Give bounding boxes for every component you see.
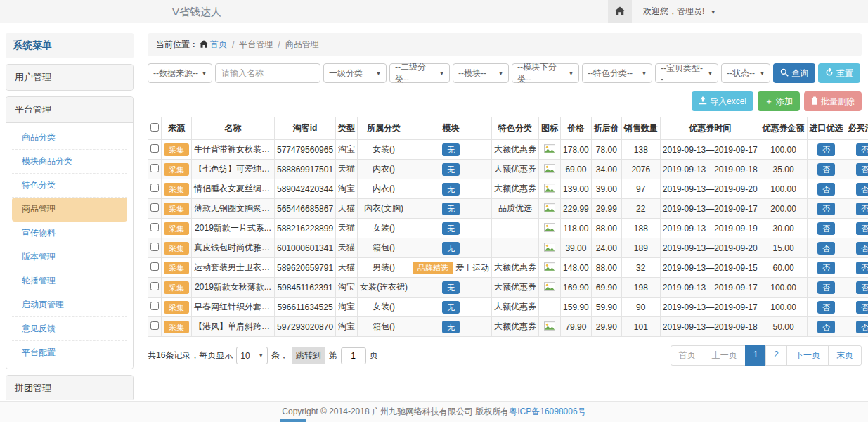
module-badge[interactable]: 无 (442, 242, 460, 255)
sidebar-subitem[interactable]: 特色分类 (12, 174, 127, 198)
icp-link[interactable]: 粤ICP备16098006号 (509, 406, 585, 418)
sidebar-subitem[interactable]: 商品管理 (12, 198, 127, 222)
must-buy-toggle[interactable]: 否 (856, 203, 868, 215)
module-badge[interactable]: 无 (442, 143, 460, 156)
user-menu[interactable]: 欢迎您，管理员! ▼ (643, 6, 716, 18)
module-badge[interactable]: 无 (442, 281, 460, 294)
page-number-input[interactable] (341, 347, 366, 364)
products-table-wrap: 来源名称淘客id类型所属分类模块特色分类图标价格折后价销售数量优惠券时间优惠券金… (148, 117, 862, 337)
module-badge[interactable]: 无 (442, 203, 460, 215)
page-next-button[interactable]: 下一页 (786, 345, 829, 366)
row-checkbox[interactable] (150, 223, 159, 231)
import-select-toggle[interactable]: 否 (817, 203, 835, 215)
import-select-toggle[interactable]: 否 (817, 183, 835, 196)
add-button[interactable]: ＋ 添加 (758, 91, 800, 111)
must-buy-toggle[interactable]: 否 (856, 281, 868, 294)
import-select-toggle[interactable]: 否 (817, 143, 835, 156)
sidebar-subitem[interactable]: 意见反馈 (12, 317, 127, 341)
sidebar-subitem[interactable]: 商品分类 (12, 126, 127, 150)
sidebar-subitem[interactable]: 启动页管理 (12, 293, 127, 317)
import-select-toggle[interactable]: 否 (817, 222, 835, 235)
sales-cell: 97 (621, 179, 660, 199)
module-badge[interactable]: 品牌精选 (413, 262, 453, 274)
search-button[interactable]: 查询 (773, 63, 815, 83)
sidebar-item-0[interactable]: 用户管理 (6, 65, 133, 90)
jump-to-button[interactable]: 跳转到 (292, 347, 325, 364)
import-select-toggle[interactable]: 否 (817, 242, 835, 255)
per-page-select[interactable]: 10 ▼ (236, 347, 267, 364)
module-badge[interactable]: 无 (442, 321, 460, 333)
must-buy-toggle[interactable]: 否 (856, 143, 868, 156)
row-checkbox[interactable] (150, 144, 159, 153)
row-checkbox[interactable] (150, 321, 159, 330)
horizontal-scrollbar-thumb[interactable] (280, 419, 306, 422)
row-checkbox[interactable] (150, 282, 159, 290)
row-checkbox[interactable] (150, 262, 159, 271)
module-badge[interactable]: 无 (442, 183, 460, 196)
module-text: 爱上运动 (455, 263, 489, 273)
sidebar-subitem[interactable]: 宣传物料 (12, 222, 127, 245)
product-name: 2019新款女秋薄款... (192, 278, 275, 298)
row-checkbox[interactable] (150, 243, 159, 251)
batch-delete-button[interactable]: 批量删除 (804, 91, 862, 111)
sidebar-subitem[interactable]: 版本管理 (12, 245, 127, 269)
select-all-checkbox[interactable] (150, 123, 159, 132)
page-last-button[interactable]: 末页 (828, 345, 862, 366)
must-buy-toggle[interactable]: 否 (856, 262, 868, 274)
must-buy-toggle[interactable]: 否 (856, 301, 868, 314)
module-sub-category-select[interactable]: --模块下分类--▼ (512, 63, 579, 83)
category-cell: 女装() (358, 140, 410, 160)
row-select-cell (148, 219, 162, 238)
reset-button[interactable]: 重置 (818, 63, 860, 83)
page-first-button[interactable]: 首页 (671, 345, 704, 366)
data-source-select[interactable]: --数据来源--▼ (148, 63, 212, 83)
module-select[interactable]: --模块--▼ (453, 63, 509, 83)
column-header-7: 图标 (539, 117, 561, 140)
must-buy-toggle[interactable]: 否 (856, 222, 868, 235)
import-select-toggle[interactable]: 否 (817, 281, 835, 294)
page-1-button[interactable]: 1 (745, 345, 767, 366)
icon-cell (539, 140, 561, 160)
must-buy-toggle[interactable]: 否 (856, 183, 868, 196)
row-checkbox[interactable] (150, 203, 159, 212)
level1-category-select[interactable]: 一级分类▼ (323, 63, 387, 83)
sidebar-subitem[interactable]: 轮播管理 (12, 269, 127, 293)
sidebar-subitem[interactable]: 模块商品分类 (12, 150, 127, 174)
import-excel-button[interactable]: 导入excel (692, 91, 753, 111)
broken-image-icon (544, 165, 555, 175)
breadcrumb-home-link[interactable]: 首页 (210, 39, 227, 51)
import-select-toggle[interactable]: 否 (817, 163, 835, 176)
table-row: 采集情侣睡衣女夏丝绸男士...589042420344淘宝内衣()无大额优惠券1… (148, 179, 868, 199)
item-type-select[interactable]: --宝贝类型--▼ (655, 63, 718, 83)
sidebar-item-2[interactable]: 拼团管理 (6, 376, 133, 400)
feature-category-select[interactable]: --特色分类--▼ (582, 63, 652, 83)
module-badge[interactable]: 无 (442, 301, 460, 314)
page-2-button[interactable]: 2 (765, 345, 787, 366)
module-badge[interactable]: 无 (442, 163, 460, 176)
import-select-toggle[interactable]: 否 (817, 301, 835, 314)
name-input[interactable] (215, 63, 320, 83)
import-select-toggle[interactable]: 否 (817, 262, 835, 274)
row-checkbox[interactable] (150, 164, 159, 172)
must-buy-toggle[interactable]: 否 (856, 321, 868, 333)
module-cell: 无 (410, 298, 492, 317)
home-button[interactable] (608, 0, 632, 23)
import-select-toggle-cell: 否 (807, 160, 846, 179)
page-prev-button[interactable]: 上一页 (704, 345, 746, 366)
sidebar-item-1[interactable]: 平台管理 (6, 97, 133, 122)
must-buy-toggle[interactable]: 否 (856, 163, 868, 176)
breadcrumb-item-platform[interactable]: 平台管理 (239, 39, 273, 51)
status-select[interactable]: --状态--▼ (721, 63, 770, 83)
column-header-1: 名称 (192, 117, 275, 140)
module-badge[interactable]: 无 (442, 222, 460, 235)
must-buy-toggle[interactable]: 否 (856, 242, 868, 255)
sidebar-subitem[interactable]: 平台配置 (12, 341, 127, 364)
must-buy-toggle-cell: 否 (846, 140, 868, 160)
sales-cell: 189 (621, 238, 660, 258)
row-checkbox[interactable] (150, 184, 159, 192)
import-select-toggle[interactable]: 否 (817, 321, 835, 333)
type-cell: 天猫 (336, 258, 358, 278)
row-checkbox[interactable] (150, 302, 159, 310)
source-badge: 采集 (164, 222, 189, 235)
level2-category-select[interactable]: --二级分类--▼ (389, 63, 450, 83)
